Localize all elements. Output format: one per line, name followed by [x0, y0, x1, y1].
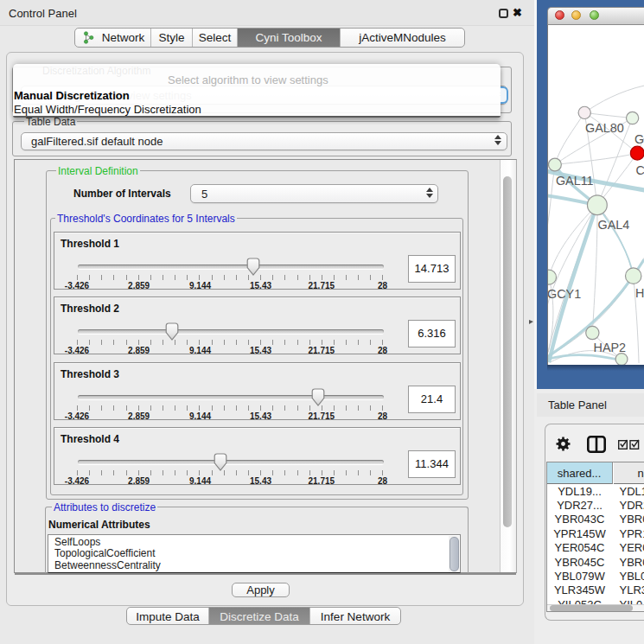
svg-text:GAL11: GAL11 — [556, 173, 594, 187]
svg-text:C: C — [636, 163, 644, 176]
svg-text:GAL80: GAL80 — [585, 121, 624, 135]
svg-text:HAP2: HAP2 — [594, 340, 627, 354]
svg-text:GCY1: GCY1 — [547, 287, 581, 301]
svg-text:H: H — [635, 285, 644, 299]
svg-text:GA: GA — [634, 131, 644, 145]
svg-text:GAL4: GAL4 — [597, 217, 629, 231]
